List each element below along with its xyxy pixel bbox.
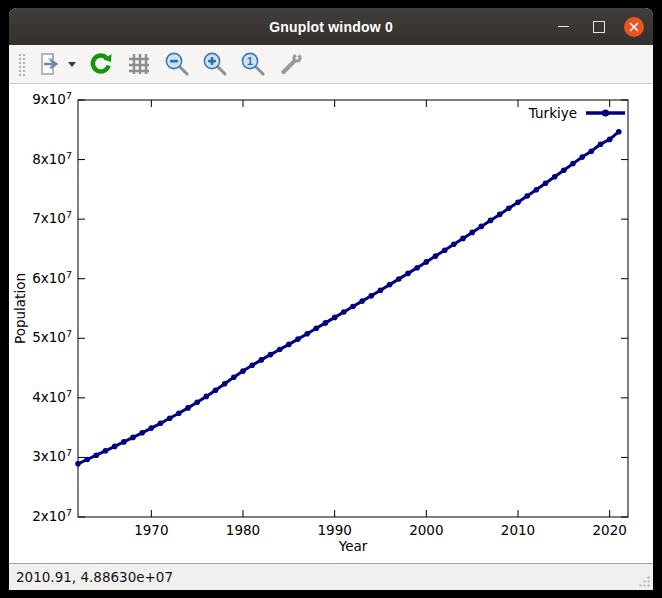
population-chart[interactable]: 1970198019902000201020202x1073x1074x1075…: [9, 84, 653, 564]
replot-icon: [88, 51, 114, 77]
data-point: [506, 206, 512, 212]
data-point: [286, 342, 292, 348]
data-point: [130, 435, 136, 441]
data-point: [396, 276, 402, 282]
x-tick-label: 2000: [409, 522, 443, 538]
data-point: [176, 410, 182, 416]
data-point: [524, 193, 530, 199]
data-point: [213, 387, 219, 393]
desktop-background: Gnuplot window 0: [0, 0, 662, 598]
x-axis: 197019801990200020102020: [134, 100, 627, 538]
settings-button[interactable]: [276, 49, 306, 79]
data-point: [231, 375, 237, 381]
legend: Turkiye: [528, 105, 625, 121]
toolbar: 1: [9, 45, 653, 84]
data-point: [387, 282, 393, 288]
minimize-icon: [558, 26, 569, 27]
data-point: [589, 148, 595, 154]
series-points: [75, 129, 621, 467]
data-point: [222, 381, 228, 387]
y-tick-label: 5x107: [32, 328, 72, 345]
statusbar: 2010.91, 4.88630e+07: [9, 563, 653, 590]
grid-button[interactable]: [124, 49, 154, 79]
data-point: [414, 265, 420, 271]
mouse-coordinates: 2010.91, 4.88630e+07: [16, 569, 173, 585]
data-point: [433, 253, 439, 259]
x-tick-label: 2010: [501, 522, 535, 538]
data-point: [442, 247, 448, 253]
data-point: [616, 129, 622, 135]
data-point: [451, 242, 457, 248]
data-point: [304, 331, 310, 337]
export-icon: [37, 51, 63, 77]
data-point: [515, 199, 521, 205]
resize-grip[interactable]: [636, 573, 651, 588]
data-point: [469, 230, 475, 236]
y-tick-label: 4x107: [32, 388, 72, 405]
data-point: [84, 457, 90, 463]
y-axis: 2x1073x1074x1075x1076x1077x1078x1079x107: [32, 90, 628, 524]
close-button[interactable]: [624, 17, 644, 37]
maximize-button[interactable]: [588, 16, 610, 38]
data-point: [543, 181, 549, 187]
replot-button[interactable]: [86, 49, 116, 79]
grid-icon: [126, 51, 152, 77]
plot-canvas[interactable]: 1970198019902000201020202x1073x1074x1075…: [9, 84, 653, 563]
window-controls: [552, 8, 644, 45]
y-tick-label: 2x107: [32, 507, 72, 524]
export-button[interactable]: [35, 49, 65, 79]
data-point: [139, 430, 145, 436]
y-tick-label: 3x107: [32, 447, 72, 464]
chevron-down-icon: [68, 62, 76, 67]
legend-marker-sample: [602, 109, 609, 116]
toolbar-grip[interactable]: [17, 52, 25, 76]
zoom-in-icon: [202, 51, 228, 77]
close-icon: [629, 22, 639, 32]
data-point: [534, 187, 540, 193]
data-point: [341, 309, 347, 315]
data-point: [259, 357, 265, 363]
y-tick-label: 7x107: [32, 209, 72, 226]
data-point: [359, 298, 365, 304]
data-point: [369, 293, 375, 299]
zoom-out-icon: [164, 51, 190, 77]
y-tick-label: 6x107: [32, 269, 72, 286]
data-point: [405, 271, 411, 277]
x-tick-label: 2020: [592, 522, 626, 538]
zoom-reset-digit: 1: [247, 55, 253, 67]
y-axis-title: Population: [12, 273, 28, 344]
data-point: [277, 347, 283, 353]
zoom-reset-icon: 1: [240, 51, 266, 77]
data-point: [460, 236, 466, 242]
gnuplot-window: Gnuplot window 0: [9, 8, 653, 590]
data-point: [94, 452, 100, 458]
data-point: [158, 421, 164, 427]
data-point: [204, 394, 210, 400]
zoom-reset-button[interactable]: 1: [238, 49, 268, 79]
x-tick-label: 1990: [317, 522, 351, 538]
window-title: Gnuplot window 0: [269, 19, 393, 35]
data-point: [332, 315, 338, 321]
zoom-out-button[interactable]: [162, 49, 192, 79]
data-point: [323, 320, 329, 326]
series-line: [78, 132, 619, 464]
data-point: [103, 448, 109, 454]
data-point: [249, 363, 255, 369]
data-point: [295, 336, 301, 342]
wrench-icon: [278, 51, 304, 77]
data-point: [121, 439, 127, 445]
minimize-button[interactable]: [552, 16, 574, 38]
data-point: [167, 416, 173, 422]
data-point: [314, 326, 320, 332]
titlebar[interactable]: Gnuplot window 0: [9, 8, 653, 45]
data-point: [378, 287, 384, 293]
export-dropdown-button[interactable]: [66, 49, 78, 79]
x-tick-label: 1980: [226, 522, 260, 538]
data-point: [479, 224, 485, 230]
data-point: [194, 400, 200, 406]
data-point: [112, 444, 118, 450]
zoom-in-button[interactable]: [200, 49, 230, 79]
data-point: [75, 461, 81, 467]
x-axis-title: Year: [338, 538, 368, 554]
data-point: [488, 218, 494, 224]
